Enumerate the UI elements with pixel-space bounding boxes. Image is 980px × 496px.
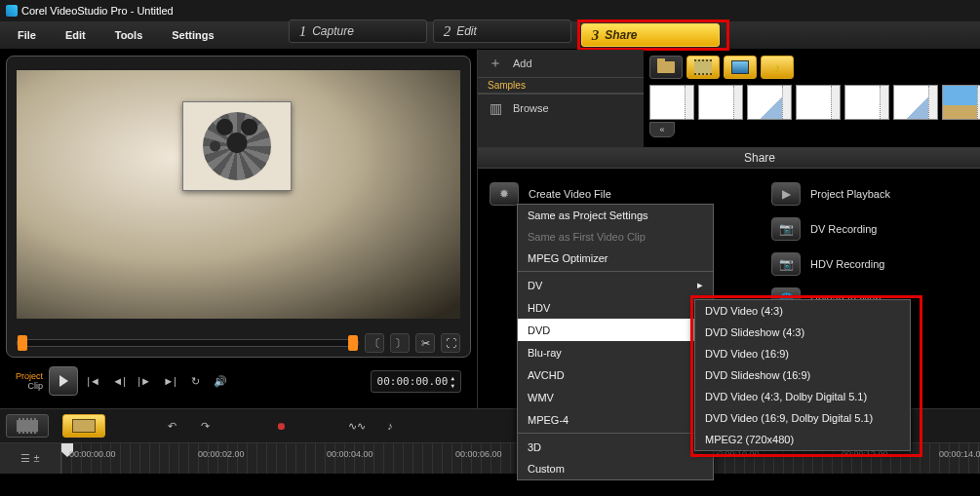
menu-file[interactable]: File bbox=[4, 25, 50, 45]
next-frame-button[interactable]: |► bbox=[135, 371, 154, 391]
tab-capture[interactable]: 1 Capture bbox=[289, 19, 427, 43]
menu-label: HDV bbox=[528, 302, 550, 314]
record-button[interactable]: ⏺ bbox=[271, 416, 291, 436]
filter-photo[interactable] bbox=[724, 56, 757, 79]
music-icon: ♪ bbox=[774, 60, 781, 75]
repeat-button[interactable]: ↻ bbox=[185, 371, 205, 391]
trim-in-handle[interactable] bbox=[18, 335, 27, 351]
thumb[interactable] bbox=[942, 85, 980, 120]
thumb[interactable] bbox=[796, 85, 841, 120]
menu-3d[interactable]: 3D▸ bbox=[518, 436, 713, 458]
timeline-view-button[interactable] bbox=[62, 414, 105, 438]
collapse-button[interactable]: « bbox=[649, 122, 675, 137]
menu-edit[interactable]: Edit bbox=[52, 25, 99, 45]
track-header[interactable]: ☰ ± bbox=[0, 443, 61, 474]
step-number: 3 bbox=[592, 27, 600, 44]
project-playback[interactable]: ▶ Project Playback bbox=[767, 176, 980, 211]
go-start-button[interactable]: |◄ bbox=[84, 371, 103, 391]
menu-avchd[interactable]: AVCHD▸ bbox=[518, 363, 713, 386]
timecode-stepper[interactable]: ▲▼ bbox=[451, 374, 454, 389]
filter-video[interactable] bbox=[686, 56, 720, 79]
play-button[interactable] bbox=[49, 366, 78, 396]
menu-settings[interactable]: Settings bbox=[158, 25, 227, 45]
samples-label[interactable]: Samples bbox=[478, 77, 644, 94]
film-icon bbox=[17, 418, 38, 434]
dv-recording[interactable]: 📷 DV Recording bbox=[767, 211, 980, 247]
thumb[interactable] bbox=[844, 85, 889, 120]
undo-button[interactable]: ↶ bbox=[162, 416, 181, 436]
chevron-right-icon: ▸ bbox=[697, 279, 703, 291]
film-icon bbox=[694, 59, 712, 75]
hdv-recording[interactable]: 📷 HDV Recording bbox=[767, 247, 980, 282]
menu-bluray[interactable]: Blu-ray▸ bbox=[518, 341, 713, 363]
go-end-button[interactable]: ►| bbox=[160, 371, 179, 391]
camera-icon: 📷 bbox=[771, 252, 801, 276]
dvd-slideshow-16-9[interactable]: DVD Slideshow (16:9) bbox=[695, 364, 910, 386]
redo-button[interactable]: ↷ bbox=[195, 416, 215, 436]
video-frame[interactable] bbox=[17, 70, 460, 319]
app-icon bbox=[6, 5, 18, 17]
auto-music-button[interactable]: ♪ bbox=[380, 416, 400, 436]
thumb[interactable] bbox=[893, 85, 938, 120]
browse-icon: ▥ bbox=[488, 100, 503, 116]
menu-dv[interactable]: DV▸ bbox=[518, 274, 713, 296]
expand-button[interactable]: ⛶ bbox=[441, 333, 460, 353]
menu-mpeg4[interactable]: MPEG-4▸ bbox=[518, 408, 713, 431]
volume-button[interactable]: 🔊 bbox=[211, 371, 230, 391]
tick: 00:00:04.00 bbox=[327, 449, 373, 459]
plus-icon: ＋ bbox=[488, 56, 503, 71]
app-title: Corel VideoStudio Pro - Untitled bbox=[21, 5, 174, 17]
tab-edit[interactable]: 2 Edit bbox=[433, 19, 571, 43]
thumb[interactable] bbox=[698, 85, 743, 120]
trim-out-handle[interactable] bbox=[348, 335, 358, 351]
menu-custom[interactable]: Custom bbox=[518, 458, 713, 479]
dvd-video-16-9[interactable]: DVD Video (16:9) bbox=[695, 343, 910, 364]
thumb[interactable] bbox=[747, 85, 792, 120]
prev-frame-button[interactable]: ◄| bbox=[109, 371, 129, 391]
browse-button[interactable]: ▥ Browse bbox=[478, 95, 644, 122]
menu-wmv[interactable]: WMV▸ bbox=[518, 386, 713, 408]
menu-dvd[interactable]: DVD▸ bbox=[518, 319, 713, 341]
title-bar: Corel VideoStudio Pro - Untitled bbox=[0, 0, 980, 21]
dvd-video-16-9-dd[interactable]: DVD Video (16:9, Dolby Digital 5.1) bbox=[695, 407, 910, 429]
tick: 00:00:00.00 bbox=[69, 449, 116, 459]
add-button[interactable]: ＋ Add bbox=[478, 50, 644, 77]
filter-folder[interactable] bbox=[649, 56, 683, 79]
menu-label: MPEG-4 bbox=[528, 414, 568, 426]
menu-hdv[interactable]: HDV▸ bbox=[518, 296, 713, 319]
dvd-video-4-3-dd[interactable]: DVD Video (4:3, Dolby Digital 5.1) bbox=[695, 386, 910, 407]
menu-separator bbox=[518, 271, 713, 272]
tab-share[interactable]: 3 Share bbox=[581, 23, 720, 47]
mark-out-button[interactable]: 〕 bbox=[390, 333, 410, 353]
mode-labels[interactable]: Project Clip bbox=[16, 371, 43, 391]
mode-project[interactable]: Project bbox=[16, 371, 43, 381]
label: HDV Recording bbox=[810, 258, 884, 270]
storyboard-view-button[interactable] bbox=[6, 414, 49, 438]
menu-tools[interactable]: Tools bbox=[101, 25, 157, 45]
video-content bbox=[182, 101, 292, 191]
dvd-video-4-3[interactable]: DVD Video (4:3) bbox=[695, 300, 910, 322]
preview-window: 〔 〕 ✂ ⛶ bbox=[6, 56, 471, 358]
step-label: Capture bbox=[312, 24, 354, 38]
menu-label: DV bbox=[528, 280, 542, 291]
timecode[interactable]: 00:00:00.00 ▲▼ bbox=[371, 370, 461, 393]
dvd-slideshow-4-3[interactable]: DVD Slideshow (4:3) bbox=[695, 322, 910, 343]
split-button[interactable]: ✂ bbox=[415, 333, 435, 353]
mpeg2-720x480[interactable]: MPEG2 (720x480) bbox=[695, 429, 910, 450]
thumb[interactable] bbox=[649, 85, 694, 120]
step-number: 1 bbox=[299, 23, 307, 40]
preview-pane: 〔 〕 ✂ ⛶ Project Clip |◄ ◄| |► ►| ↻ 🔊 00:… bbox=[0, 50, 477, 408]
filter-audio[interactable]: ♪ bbox=[761, 56, 794, 79]
mark-in-button[interactable]: 〔 bbox=[365, 333, 384, 353]
menu-label: DVD bbox=[528, 324, 550, 336]
scrub-bar: 〔 〕 ✂ ⛶ bbox=[7, 329, 470, 355]
reel-icon: ✹ bbox=[490, 182, 519, 206]
audio-mixer-button[interactable]: ∿∿ bbox=[347, 416, 367, 436]
menu-same-project[interactable]: Same as Project Settings bbox=[518, 205, 713, 226]
dvd-submenu: DVD Video (4:3) DVD Slideshow (4:3) DVD … bbox=[694, 299, 911, 451]
library-thumbs bbox=[644, 85, 980, 120]
mode-clip[interactable]: Clip bbox=[16, 381, 43, 391]
share-panel: ✹ Create Video File Same as Project Sett… bbox=[478, 169, 980, 408]
menu-mpeg-optimizer[interactable]: MPEG Optimizer bbox=[518, 248, 713, 269]
scrub-track[interactable] bbox=[17, 339, 359, 347]
